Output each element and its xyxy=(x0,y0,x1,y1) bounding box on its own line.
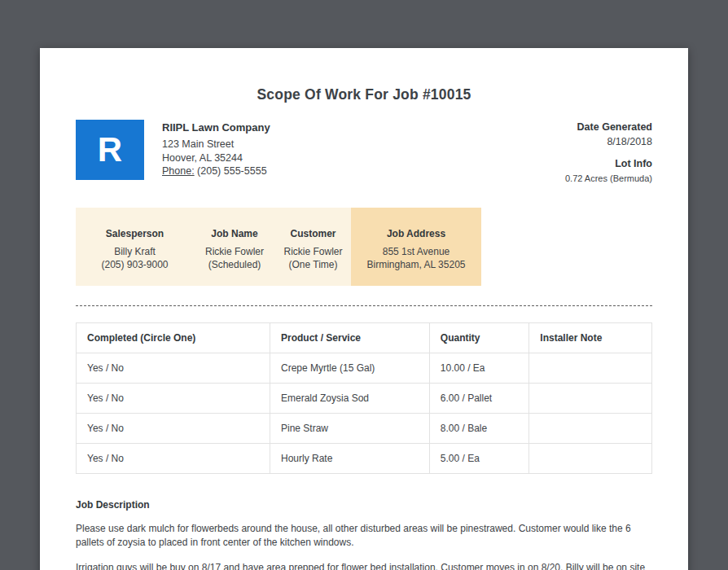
cell-installer-note xyxy=(529,384,652,414)
cell-product: Emerald Zoysia Sod xyxy=(270,384,430,414)
cell-quantity: 6.00 / Pallet xyxy=(429,384,529,414)
customer-name: Rickie Fowler xyxy=(275,245,351,258)
document-meta: Date Generated 8/18/2018 Lot Info 0.72 A… xyxy=(565,120,652,183)
summary-col-salesperson: Salesperson Billy Kraft (205) 903-9000 xyxy=(76,208,194,286)
company-info: RIIPL Lawn Company 123 Main Street Hoove… xyxy=(162,120,270,178)
header-quantity: Quantity xyxy=(429,323,529,353)
job-description-paragraph-2: Irrigation guys will be buy on 8/17 and … xyxy=(76,561,652,570)
table-row: Yes / No Crepe Myrtle (15 Gal) 10.00 / E… xyxy=(77,353,652,384)
cell-completed: Yes / No xyxy=(77,414,270,444)
header-product-service: Product / Service xyxy=(270,323,430,353)
header-completed: Completed (Circle One) xyxy=(77,323,270,353)
job-address-line1: 855 1st Avenue xyxy=(351,245,481,258)
phone-value: (205) 555-5555 xyxy=(195,165,267,177)
customer-label: Customer xyxy=(275,228,351,239)
summary-col-job-address: Job Address 855 1st Avenue Birmingham, A… xyxy=(351,208,481,286)
dashed-divider xyxy=(76,305,652,306)
header-installer-note: Installer Note xyxy=(529,323,652,353)
work-table: Completed (Circle One) Product / Service… xyxy=(76,322,652,474)
cell-completed: Yes / No xyxy=(77,384,270,414)
salesperson-label: Salesperson xyxy=(76,228,194,239)
lot-info-value: 0.72 Acres (Bermuda) xyxy=(565,173,652,183)
date-generated-value: 8/18/2018 xyxy=(565,136,652,147)
table-header-row: Completed (Circle One) Product / Service… xyxy=(77,323,652,353)
cell-quantity: 10.00 / Ea xyxy=(429,353,529,384)
job-address-label: Job Address xyxy=(351,228,481,239)
salesperson-phone: (205) 903-9000 xyxy=(76,258,194,271)
salesperson-name: Billy Kraft xyxy=(76,245,194,258)
company-address-line2: Hoover, AL 35244 xyxy=(162,151,270,165)
cell-quantity: 8.00 / Bale xyxy=(429,414,529,444)
date-generated-label: Date Generated xyxy=(565,121,652,133)
job-name-status: (Scheduled) xyxy=(194,258,275,271)
table-row: Yes / No Emerald Zoysia Sod 6.00 / Palle… xyxy=(77,384,652,414)
cell-installer-note xyxy=(529,444,652,474)
job-summary-band: Salesperson Billy Kraft (205) 903-9000 J… xyxy=(76,208,652,286)
company-logo: R xyxy=(76,120,144,180)
page-content: Scope Of Work For Job #10015 R RIIPL Law… xyxy=(40,86,688,570)
cell-quantity: 5.00 / Ea xyxy=(429,444,529,474)
cell-installer-note xyxy=(529,353,652,384)
lot-info-label: Lot Info xyxy=(565,158,652,169)
job-address-line2: Birmingham, AL 35205 xyxy=(351,258,481,271)
summary-col-job-name: Job Name Rickie Fowler (Scheduled) xyxy=(194,208,275,286)
company-name: RIIPL Lawn Company xyxy=(162,121,270,134)
logo-letter-icon: R xyxy=(98,133,122,167)
cell-product: Pine Straw xyxy=(270,414,430,444)
page-title: Scope Of Work For Job #10015 xyxy=(76,86,652,103)
customer-type: (One Time) xyxy=(275,258,351,271)
table-row: Yes / No Pine Straw 8.00 / Bale xyxy=(77,414,652,444)
company-address-line1: 123 Main Street xyxy=(162,138,270,151)
document-header: R RIIPL Lawn Company 123 Main Street Hoo… xyxy=(76,120,652,183)
job-description-heading: Job Description xyxy=(76,499,652,511)
cell-completed: Yes / No xyxy=(77,444,270,474)
job-description-paragraph-1: Please use dark mulch for flowerbeds aro… xyxy=(76,522,652,550)
document-page: Scope Of Work For Job #10015 R RIIPL Law… xyxy=(40,48,688,570)
company-phone: Phone: (205) 555-5555 xyxy=(162,164,270,178)
table-row: Yes / No Hourly Rate 5.00 / Ea xyxy=(77,444,652,474)
cell-product: Crepe Myrtle (15 Gal) xyxy=(270,353,430,384)
cell-completed: Yes / No xyxy=(77,353,270,384)
cell-installer-note xyxy=(529,414,652,444)
cell-product: Hourly Rate xyxy=(270,444,430,474)
phone-label: Phone: xyxy=(162,165,195,177)
summary-col-customer: Customer Rickie Fowler (One Time) xyxy=(275,208,351,286)
job-name-value: Rickie Fowler xyxy=(194,245,275,258)
job-name-label: Job Name xyxy=(194,228,275,239)
